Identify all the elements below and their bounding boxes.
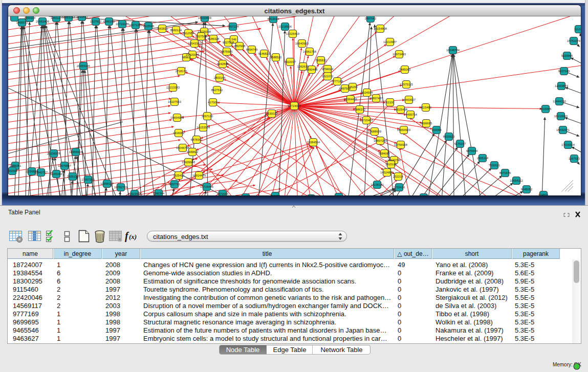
svg-text:1449822: 1449822 xyxy=(187,150,199,154)
svg-text:7485063: 7485063 xyxy=(399,68,411,71)
svg-text:9794024: 9794024 xyxy=(322,68,334,71)
svg-text:12444150: 12444150 xyxy=(553,100,566,103)
svg-text:1615112: 1615112 xyxy=(385,163,397,166)
svg-text:20053346: 20053346 xyxy=(77,64,90,68)
svg-text:9242848: 9242848 xyxy=(217,62,229,65)
svg-text:7515546: 7515546 xyxy=(143,25,155,28)
svg-text:14524851: 14524851 xyxy=(380,171,394,174)
svg-text:10853267: 10853267 xyxy=(62,16,75,19)
svg-text:8186328: 8186328 xyxy=(208,37,220,40)
svg-text:12213987: 12213987 xyxy=(383,40,397,43)
svg-text:391594: 391594 xyxy=(8,169,17,172)
svg-text:2887642: 2887642 xyxy=(365,17,377,20)
svg-text:9327508: 9327508 xyxy=(223,41,234,44)
svg-text:15609948: 15609948 xyxy=(182,161,195,164)
svg-text:8912954: 8912954 xyxy=(183,32,194,35)
svg-text:14153564: 14153564 xyxy=(197,126,210,129)
svg-text:8660124: 8660124 xyxy=(170,29,182,32)
svg-text:19654923: 19654923 xyxy=(397,128,410,132)
svg-text:12942757: 12942757 xyxy=(34,171,48,174)
svg-text:10756928: 10756928 xyxy=(394,143,407,146)
svg-text:7986372: 7986372 xyxy=(354,108,366,111)
svg-text:1371646: 1371646 xyxy=(217,192,229,195)
svg-text:1530022: 1530022 xyxy=(266,112,278,115)
svg-text:2803144: 2803144 xyxy=(214,76,226,79)
svg-text:16107563: 16107563 xyxy=(168,100,181,103)
svg-text:12213383: 12213383 xyxy=(166,86,180,89)
svg-text:7663822: 7663822 xyxy=(157,27,168,30)
svg-text:16648784: 16648784 xyxy=(446,49,460,52)
svg-text:1621072: 1621072 xyxy=(322,75,334,78)
svg-text:10807487: 10807487 xyxy=(369,97,383,100)
svg-text:19654983: 19654983 xyxy=(170,116,184,119)
svg-text:(x): (x) xyxy=(129,233,137,240)
svg-text:10973493: 10973493 xyxy=(393,53,406,56)
svg-text:12933873: 12933873 xyxy=(555,84,568,87)
svg-text:20364436: 20364436 xyxy=(344,98,357,101)
svg-text:2867608: 2867608 xyxy=(234,45,246,48)
svg-text:746266: 746266 xyxy=(347,85,357,89)
svg-text:9227349: 9227349 xyxy=(558,70,570,73)
svg-text:9657791: 9657791 xyxy=(169,183,181,186)
svg-text:1167533: 1167533 xyxy=(569,157,580,160)
svg-text:9245052: 9245052 xyxy=(521,188,533,191)
svg-text:111245: 111245 xyxy=(574,28,581,31)
svg-text:6179197: 6179197 xyxy=(454,142,466,145)
svg-text:1916682: 1916682 xyxy=(173,132,185,135)
svg-text:16210643: 16210643 xyxy=(554,115,568,118)
svg-text:12975115: 12975115 xyxy=(400,83,412,86)
svg-text:98961: 98961 xyxy=(182,56,190,59)
svg-text:9146821: 9146821 xyxy=(258,52,270,55)
svg-text:15692971: 15692971 xyxy=(556,128,570,132)
svg-text:15716485: 15716485 xyxy=(200,185,213,188)
svg-text:9474444: 9474444 xyxy=(466,149,478,152)
svg-text:19218506: 19218506 xyxy=(278,25,292,28)
svg-text:12359924: 12359924 xyxy=(69,150,83,154)
svg-text:2505135: 2505135 xyxy=(67,175,79,178)
svg-text:6966160: 6966160 xyxy=(103,20,115,23)
svg-text:62100: 62100 xyxy=(386,101,394,104)
svg-text:1733426: 1733426 xyxy=(394,186,405,189)
svg-text:8322037: 8322037 xyxy=(285,60,296,63)
svg-text:6878342: 6878342 xyxy=(191,138,203,141)
svg-text:10688609: 10688609 xyxy=(368,130,381,133)
svg-text:19384554: 19384554 xyxy=(307,141,320,144)
svg-text:2935114: 2935114 xyxy=(477,157,489,160)
svg-text:13226058: 13226058 xyxy=(198,30,211,33)
svg-text:20206578: 20206578 xyxy=(47,152,60,155)
svg-text:10958127: 10958127 xyxy=(100,182,114,185)
svg-text:2099114: 2099114 xyxy=(24,16,36,19)
svg-text:3267130: 3267130 xyxy=(202,115,213,118)
svg-text:2718170: 2718170 xyxy=(176,70,187,73)
svg-text:3875685: 3875685 xyxy=(221,50,233,53)
svg-text:10719185: 10719185 xyxy=(116,23,129,26)
svg-text:9210853: 9210853 xyxy=(76,16,88,18)
svg-text:16961758: 16961758 xyxy=(303,50,316,53)
svg-text:10046788: 10046788 xyxy=(176,146,189,149)
svg-text:18807249: 18807249 xyxy=(374,139,387,142)
svg-text:16120746: 16120746 xyxy=(387,159,401,162)
svg-text:816455: 816455 xyxy=(270,194,280,195)
svg-text:7632621: 7632621 xyxy=(489,164,500,167)
svg-text:17957265: 17957265 xyxy=(81,178,95,181)
svg-text:6990448: 6990448 xyxy=(306,68,318,71)
svg-text:164095: 164095 xyxy=(431,128,441,132)
svg-text:10671355: 10671355 xyxy=(129,24,142,27)
svg-text:10654112: 10654112 xyxy=(510,179,522,182)
svg-text:16914479: 16914479 xyxy=(192,174,206,177)
svg-text:8427512: 8427512 xyxy=(211,89,223,92)
svg-text:9777169: 9777169 xyxy=(332,80,343,83)
svg-text:17016504: 17016504 xyxy=(561,143,575,146)
svg-text:7625402: 7625402 xyxy=(173,174,185,177)
svg-text:8215955: 8215955 xyxy=(540,107,552,111)
svg-text:252214: 252214 xyxy=(393,175,403,178)
svg-text:10025438: 10025438 xyxy=(394,108,407,111)
svg-text:14495754: 14495754 xyxy=(404,113,418,116)
svg-text:12923448: 12923448 xyxy=(128,192,141,195)
svg-text:16033839: 16033839 xyxy=(198,16,211,19)
svg-text:8471676: 8471676 xyxy=(499,171,511,174)
svg-text:15751074: 15751074 xyxy=(567,39,581,42)
svg-text:1527602: 1527602 xyxy=(90,20,102,23)
svg-text:8813014: 8813014 xyxy=(268,17,279,20)
svg-text:10975887: 10975887 xyxy=(58,164,71,167)
